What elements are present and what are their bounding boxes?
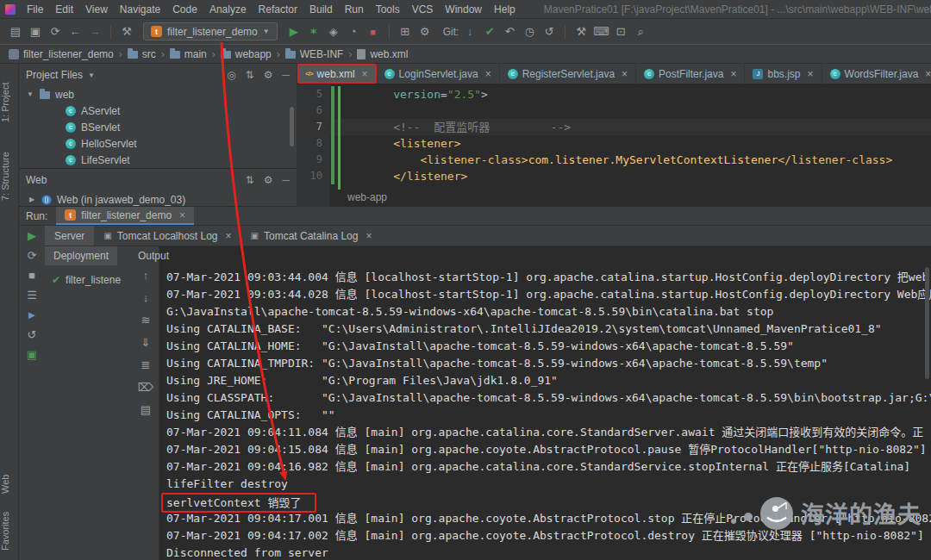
editor-tab[interactable]: bbs.jsp× [745,64,822,84]
console-scrollbar[interactable] [925,267,929,379]
tool-button-web[interactable]: Web [0,467,19,501]
close-icon[interactable]: × [366,230,372,242]
close-icon[interactable]: × [622,68,628,80]
run-tab[interactable]: ▣Tomcat Catalina Log× [241,226,382,246]
menu-item-file[interactable]: File [21,2,49,17]
git-update-icon[interactable]: ↓ [461,23,478,40]
tree-item[interactable]: AServlet [19,103,297,119]
close-icon[interactable]: × [226,230,232,242]
run-configuration-select[interactable]: filter_listener_demo ▼ [143,22,278,40]
close-icon[interactable]: × [179,209,185,221]
gear-icon[interactable]: ⚙ [264,174,273,186]
debug-icon[interactable]: ✶ [305,23,322,40]
terminal-icon[interactable]: ⌨ [592,23,609,40]
run-tab[interactable]: ▣Tomcat Localhost Log× [94,226,241,246]
editor-tab[interactable]: web.xml× [297,64,377,84]
up-stack-icon[interactable]: ↑ [143,269,149,282]
editor-tab[interactable]: RegisterServlet.java× [500,64,636,84]
scroll-to-end-icon[interactable]: ⇓ [141,336,151,349]
close-icon[interactable]: × [362,68,368,80]
profiler-icon[interactable]: ◔ [345,23,362,40]
close-icon[interactable]: × [485,68,491,80]
build-icon[interactable]: ⚒ [118,23,135,40]
hide-panel-icon[interactable]: ─ [282,69,290,81]
menu-item-window[interactable]: Window [439,2,488,17]
project-view-select[interactable]: Project Files [26,69,83,81]
tool-button-project[interactable]: 1: Project [0,71,19,134]
git-revert-icon[interactable]: ↶ [501,23,518,40]
menu-item-help[interactable]: Help [488,2,522,17]
menu-item-navigate[interactable]: Navigate [114,2,166,17]
sub-tab-deployment[interactable]: Deployment [45,246,117,265]
editor-body[interactable]: 5678910 version="2.5"><!-- 配置监听器 --><lis… [297,84,931,207]
wrench-icon[interactable]: ⚒ [572,23,590,40]
menu-item-tools[interactable]: Tools [370,2,406,17]
breadcrumb-item[interactable]: main [170,48,207,60]
undo-icon[interactable]: ↺ [540,23,558,40]
breadcrumb-item[interactable]: filter_listener_demo [9,48,114,60]
tool-button-structure[interactable]: 7: Structure [0,140,19,214]
breadcrumb-item[interactable]: web.xml [357,48,408,60]
collapse-all-icon[interactable]: ⇅ [246,174,254,186]
soft-wrap-icon[interactable]: ≋ [141,314,151,327]
hide-panel-icon[interactable]: ─ [282,174,290,186]
close-icon[interactable]: × [808,68,814,80]
editor-code[interactable]: version="2.5"><!-- 配置监听器 --><listener><l… [330,84,931,207]
menu-item-refactor[interactable]: Refactor [253,2,303,17]
stop-button[interactable]: ■ [365,23,382,40]
search-icon[interactable]: ⌕ [632,23,649,40]
down-stack-icon[interactable]: ↓ [143,291,149,304]
sub-tab-output[interactable]: Output [129,246,178,265]
breadcrumb-item[interactable]: src [128,48,156,60]
print-icon[interactable]: ≣ [141,358,151,371]
list-icon[interactable]: ☰ [27,289,37,302]
git-commit-icon[interactable]: ✔ [481,23,498,40]
run-session-tab[interactable]: filter_listener_demo × [56,207,194,225]
clear-all-icon[interactable]: ⌦ [138,381,153,394]
attach-icon[interactable]: ⊞ [397,23,414,40]
xml-tag-breadcrumb[interactable]: web-app [347,191,387,203]
chevron-down-icon[interactable]: ▼ [26,90,34,98]
forward-icon[interactable]: → [86,23,103,40]
breadcrumb-item[interactable]: webapp [221,48,272,60]
web-facet-item[interactable]: ▶ Web (in javaweb_demo_03) [19,191,297,207]
rerun-icon[interactable]: ▶ [28,230,36,242]
chevron-right-icon[interactable]: ▶ [28,196,36,203]
menu-item-code[interactable]: Code [166,2,203,17]
settings-icon[interactable]: ⚙ [416,23,434,40]
run-button[interactable]: ▶ [285,23,303,40]
project-scrollbar[interactable] [290,107,294,146]
menu-item-view[interactable]: View [79,2,114,17]
rollback-icon[interactable]: ↺ [28,329,37,341]
menu-item-edit[interactable]: Edit [49,2,79,17]
back-icon[interactable]: ← [66,23,84,40]
close-icon[interactable]: × [730,68,736,80]
tree-item[interactable]: ▼web [19,86,297,103]
deploy-icon[interactable]: ► [27,309,38,321]
collapse-all-icon[interactable]: ⇅ [246,69,254,81]
menu-item-build[interactable]: Build [303,2,339,17]
pin-icon[interactable]: ▤ [141,403,151,416]
menu-item-vcs[interactable]: VCS [406,2,440,17]
sync-icon[interactable]: ⟳ [47,23,64,40]
tree-item[interactable]: LifeServlet [19,152,297,168]
menu-item-run[interactable]: Run [339,2,370,17]
restart-server-icon[interactable]: ⟳ [28,250,37,262]
save-all-icon[interactable]: ▣ [27,23,44,40]
editor-tab[interactable]: PostFilter.java× [636,64,745,84]
gear-icon[interactable]: ⚙ [264,69,273,81]
editor-tab[interactable]: WordsFilter.java× [822,64,931,84]
history-icon[interactable]: ◷ [521,23,538,40]
tree-item[interactable]: BServlet [19,119,297,135]
breadcrumb-item[interactable]: WEB-INF [285,48,344,60]
tree-item[interactable]: HelloServlet [19,135,297,152]
stop-icon[interactable]: ■ [28,270,35,282]
close-icon[interactable]: × [925,68,931,80]
tool-button-favorites[interactable]: Favorites [0,505,19,557]
editor-tab[interactable]: LoginServlet.java× [377,64,500,84]
run-tab[interactable]: Server [45,226,94,246]
layout-icon[interactable]: ⊡ [612,23,629,40]
frame-deployed-icon[interactable]: ▣ [27,349,37,361]
menu-item-analyze[interactable]: Analyze [203,2,253,17]
locate-file-icon[interactable]: ◎ [227,69,235,81]
